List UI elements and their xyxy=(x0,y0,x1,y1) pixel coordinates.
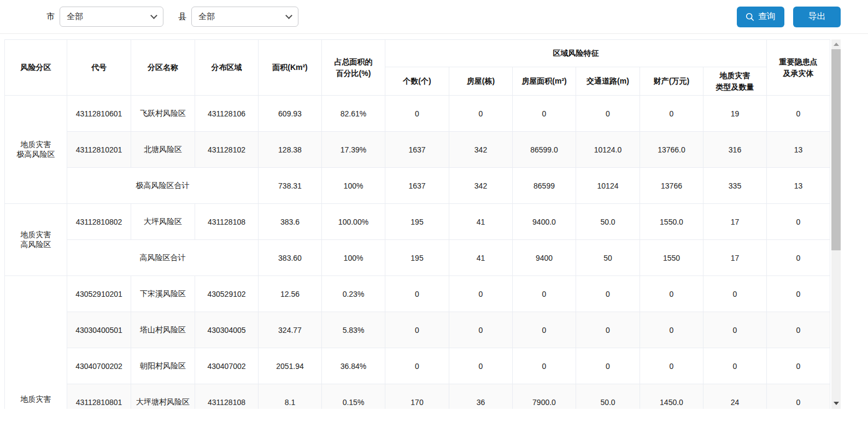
cell: 塔山村风险区 xyxy=(131,312,195,348)
county-select[interactable]: 全部 xyxy=(191,7,298,27)
cell: 195 xyxy=(385,240,449,276)
subtotal-label: 高风险区合计 xyxy=(67,240,259,276)
risk-zone-table-viewport: 风险分区 代号 分区名称 分布区域 面积(Km²) 占总面积的 百分比(%) 区… xyxy=(4,39,831,409)
cell: 43112810201 xyxy=(67,132,131,168)
cell: 10124 xyxy=(576,168,640,204)
cell: 430529102 xyxy=(195,276,259,312)
cell: 8.1 xyxy=(259,384,322,409)
toolbar-buttons: 查询 导出 xyxy=(737,7,841,27)
cell: 7900.0 xyxy=(513,384,576,409)
cell: 82.61% xyxy=(322,96,385,132)
cell: 100% xyxy=(322,240,385,276)
table-row: 43112810201 北塘风险区 431128102 128.38 17.39… xyxy=(5,132,830,168)
cell: 170 xyxy=(385,384,449,409)
cell: 342 xyxy=(449,168,513,204)
cell: 41 xyxy=(449,204,513,240)
cell: 324.77 xyxy=(259,312,322,348)
cell: 0 xyxy=(449,348,513,384)
cell: 19 xyxy=(703,96,767,132)
cell: 0 xyxy=(703,276,767,312)
cell: 0 xyxy=(449,276,513,312)
scrollbar-thumb[interactable] xyxy=(831,49,841,250)
cell: 17.39% xyxy=(322,132,385,168)
cell: 0 xyxy=(385,276,449,312)
cell: 0 xyxy=(513,96,576,132)
cell: 13766.0 xyxy=(640,132,703,168)
header-property: 财产(万元) xyxy=(640,67,703,96)
cell: 0 xyxy=(767,384,830,409)
subtotal-row: 高风险区合计 383.60 100% 195 41 9400 50 1550 1… xyxy=(5,240,830,276)
cell: 0 xyxy=(767,204,830,240)
cell: 0.23% xyxy=(322,276,385,312)
cell: 609.93 xyxy=(259,96,322,132)
cell: 738.31 xyxy=(259,168,322,204)
search-icon xyxy=(746,13,754,21)
cell: 大坪塘村风险区 xyxy=(131,384,195,409)
group-label-extreme: 地质灾害 极高风险区 xyxy=(5,96,67,204)
cell: 86599.0 xyxy=(513,132,576,168)
group-label-high: 地质灾害 高风险区 xyxy=(5,204,67,276)
cell: 0 xyxy=(767,348,830,384)
vertical-scrollbar[interactable] xyxy=(831,39,841,409)
cell: 100.00% xyxy=(322,204,385,240)
cell: 9400.0 xyxy=(513,204,576,240)
cell: 316 xyxy=(703,132,767,168)
cell: 0 xyxy=(449,96,513,132)
header-count: 个数(个) xyxy=(385,67,449,96)
cell: 下宋溪风险区 xyxy=(131,276,195,312)
cell: 大坪风险区 xyxy=(131,204,195,240)
cell: 431128108 xyxy=(195,384,259,409)
subtotal-row: 极高风险区合计 738.31 100% 1637 342 86599 10124… xyxy=(5,168,830,204)
cell: 0 xyxy=(767,276,830,312)
table-row: 43040700202 朝阳村风险区 430407002 2051.94 36.… xyxy=(5,348,830,384)
cell: 430304005 xyxy=(195,312,259,348)
header-distribution: 分布区域 xyxy=(195,40,259,96)
cell: 431128102 xyxy=(195,132,259,168)
header-roads: 交通道路(m) xyxy=(576,67,640,96)
chevron-down-icon xyxy=(150,12,157,19)
cell: 431128106 xyxy=(195,96,259,132)
export-button-label: 导出 xyxy=(808,11,826,22)
cell: 0 xyxy=(767,240,830,276)
cell: 43112810601 xyxy=(67,96,131,132)
table-row: 地质灾害 高风险区 43112810802 大坪风险区 431128108 38… xyxy=(5,204,830,240)
cell: 0.15% xyxy=(322,384,385,409)
county-select-value: 全部 xyxy=(198,11,215,22)
cell: 1550 xyxy=(640,240,703,276)
toolbar: 市 全部 县 全部 查询 导出 xyxy=(0,0,868,34)
group-label-medium: 地质灾害 xyxy=(5,276,67,409)
cell: 0 xyxy=(576,312,640,348)
cell: 195 xyxy=(385,204,449,240)
query-button[interactable]: 查询 xyxy=(737,7,784,27)
cell: 0 xyxy=(640,276,703,312)
cell: 17 xyxy=(703,204,767,240)
cell: 0 xyxy=(640,96,703,132)
cell: 335 xyxy=(703,168,767,204)
cell: 0 xyxy=(640,312,703,348)
city-select-value: 全部 xyxy=(67,11,83,22)
county-label: 县 xyxy=(178,11,186,22)
cell: 13 xyxy=(767,132,830,168)
cell: 12.56 xyxy=(259,276,322,312)
scroll-up-button[interactable] xyxy=(831,39,841,49)
table-row: 43112810801 大坪塘村风险区 431128108 8.1 0.15% … xyxy=(5,384,830,409)
cell: 430407002 xyxy=(195,348,259,384)
cell: 13 xyxy=(767,168,830,204)
cell: 50.0 xyxy=(576,384,640,409)
cell: 431128108 xyxy=(195,204,259,240)
chevron-down-icon xyxy=(285,12,292,19)
city-select[interactable]: 全部 xyxy=(60,7,163,27)
export-button[interactable]: 导出 xyxy=(793,7,841,27)
cell: 1637 xyxy=(385,168,449,204)
cell: 383.6 xyxy=(259,204,322,240)
cell: 342 xyxy=(449,132,513,168)
cell: 1450.0 xyxy=(640,384,703,409)
header-percent: 占总面积的 百分比(%) xyxy=(322,40,385,96)
city-label: 市 xyxy=(46,11,55,22)
cell: 50.0 xyxy=(576,204,640,240)
scroll-down-button[interactable] xyxy=(831,398,841,408)
cell: 0 xyxy=(576,276,640,312)
header-hazard: 地质灾害 类型及数量 xyxy=(703,67,767,96)
content-area: 风险分区 代号 分区名称 分布区域 面积(Km²) 占总面积的 百分比(%) 区… xyxy=(4,39,868,409)
header-houses: 房屋(栋) xyxy=(449,67,513,96)
